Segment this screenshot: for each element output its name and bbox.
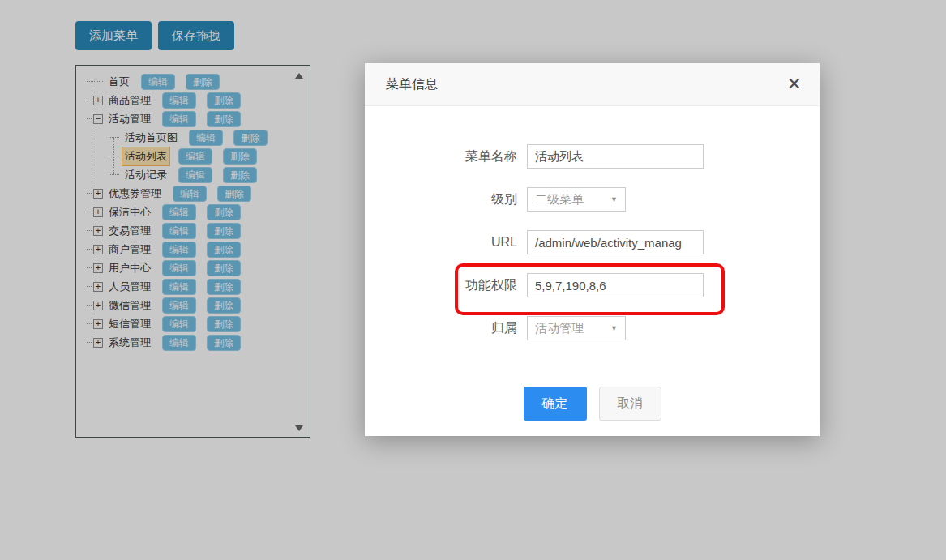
close-icon[interactable]: ✕: [787, 75, 802, 93]
dialog-body: 菜单名称 级别 二级菜单 ▼ URL 功能权限 归属 活动管理 ▼: [365, 106, 820, 421]
menu-name-label: 菜单名称: [365, 148, 517, 165]
permissions-input[interactable]: [527, 273, 704, 297]
level-label: 级别: [365, 191, 517, 208]
dialog-header: 菜单信息 ✕: [365, 63, 820, 106]
ok-button[interactable]: 确定: [524, 387, 587, 421]
url-label: URL: [365, 235, 517, 250]
parent-row: 归属 活动管理 ▼: [365, 316, 820, 340]
level-row: 级别 二级菜单 ▼: [365, 187, 820, 212]
url-row: URL: [365, 230, 820, 254]
permissions-row: 功能权限: [365, 273, 820, 297]
parent-label: 归属: [365, 320, 517, 337]
chevron-down-icon: ▼: [610, 324, 618, 332]
dialog-title: 菜单信息: [386, 76, 438, 93]
cancel-button[interactable]: 取消: [599, 387, 661, 421]
parent-select-value: 活动管理: [535, 321, 584, 336]
url-input[interactable]: [527, 230, 704, 254]
menu-name-row: 菜单名称: [365, 144, 820, 169]
menu-name-input[interactable]: [527, 144, 704, 169]
dialog-footer: 确定 取消: [365, 387, 820, 421]
permissions-label: 功能权限: [365, 277, 517, 294]
level-select[interactable]: 二级菜单 ▼: [527, 187, 626, 212]
chevron-down-icon: ▼: [610, 195, 618, 203]
level-select-value: 二级菜单: [535, 192, 584, 207]
parent-select[interactable]: 活动管理 ▼: [527, 316, 626, 340]
menu-info-dialog: 菜单信息 ✕ 菜单名称 级别 二级菜单 ▼ URL 功能权限 归属 活动管理: [365, 63, 820, 436]
